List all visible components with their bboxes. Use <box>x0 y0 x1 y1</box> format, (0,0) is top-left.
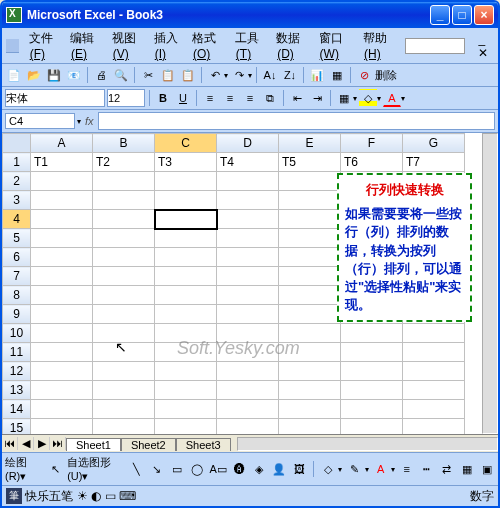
row-header-13[interactable]: 13 <box>3 381 31 400</box>
cell-F12[interactable] <box>341 362 403 381</box>
toolbar-delete-label[interactable]: 删除 <box>375 68 397 83</box>
line-icon[interactable]: ╲ <box>129 460 145 478</box>
cell-D1[interactable]: T4 <box>217 153 279 172</box>
cell-A8[interactable] <box>31 286 93 305</box>
tab-nav-first-icon[interactable]: ⏮ <box>2 437 18 450</box>
cell-G13[interactable] <box>403 381 465 400</box>
tab-nav-prev-icon[interactable]: ◀ <box>18 437 34 450</box>
oval-icon[interactable]: ◯ <box>189 460 205 478</box>
row-header-3[interactable]: 3 <box>3 191 31 210</box>
cell-B13[interactable] <box>93 381 155 400</box>
col-header-E[interactable]: E <box>279 134 341 153</box>
open-icon[interactable]: 📂 <box>25 66 43 84</box>
cell-E1[interactable]: T5 <box>279 153 341 172</box>
cell-B7[interactable] <box>93 267 155 286</box>
workbook-icon[interactable] <box>6 39 19 53</box>
cell-C13[interactable] <box>155 381 217 400</box>
col-header-A[interactable]: A <box>31 134 93 153</box>
cell-E3[interactable] <box>279 191 341 210</box>
cell-E15[interactable] <box>279 419 341 435</box>
formula-bar[interactable] <box>98 112 495 130</box>
horizontal-scrollbar[interactable] <box>237 437 498 451</box>
cell-A3[interactable] <box>31 191 93 210</box>
chart-icon[interactable]: 📊 <box>308 66 326 84</box>
cell-F1[interactable]: T6 <box>341 153 403 172</box>
row-header-2[interactable]: 2 <box>3 172 31 191</box>
cell-D11[interactable] <box>217 343 279 362</box>
currency-icon[interactable]: ⊘ <box>355 66 373 84</box>
tab-nav-next-icon[interactable]: ▶ <box>34 437 50 450</box>
cell-B1[interactable]: T2 <box>93 153 155 172</box>
line-style-icon[interactable]: ≡ <box>399 460 415 478</box>
cell-B4[interactable] <box>93 210 155 229</box>
indent-inc-icon[interactable]: ⇥ <box>308 89 326 107</box>
picture-icon[interactable]: 🖼 <box>291 460 307 478</box>
align-left-icon[interactable]: ≡ <box>201 89 219 107</box>
cell-D10[interactable] <box>217 324 279 343</box>
cell-C1[interactable]: T3 <box>155 153 217 172</box>
col-header-C[interactable]: C <box>155 134 217 153</box>
cell-B6[interactable] <box>93 248 155 267</box>
preview-icon[interactable]: 🔍 <box>112 66 130 84</box>
align-center-icon[interactable]: ≡ <box>221 89 239 107</box>
row-header-14[interactable]: 14 <box>3 400 31 419</box>
sheet-tab-3[interactable]: Sheet3 <box>176 438 231 451</box>
cell-A2[interactable] <box>31 172 93 191</box>
cell-G12[interactable] <box>403 362 465 381</box>
cell-C2[interactable] <box>155 172 217 191</box>
menu-window[interactable]: 窗口(W) <box>319 30 353 61</box>
row-header-10[interactable]: 10 <box>3 324 31 343</box>
maximize-button[interactable]: □ <box>452 5 472 25</box>
cell-C9[interactable] <box>155 305 217 324</box>
menu-insert[interactable]: 插入(I) <box>154 30 182 61</box>
cell-E6[interactable] <box>279 248 341 267</box>
bold-icon[interactable]: B <box>154 89 172 107</box>
cell-C11[interactable] <box>155 343 217 362</box>
cell-C4[interactable] <box>155 210 217 229</box>
cell-E9[interactable] <box>279 305 341 324</box>
cell-E5[interactable] <box>279 229 341 248</box>
cell-B8[interactable] <box>93 286 155 305</box>
cell-F15[interactable] <box>341 419 403 435</box>
cell-E11[interactable] <box>279 343 341 362</box>
vertical-scrollbar[interactable] <box>482 133 498 434</box>
cell-D7[interactable] <box>217 267 279 286</box>
paste-icon[interactable]: 📋 <box>179 66 197 84</box>
cell-A14[interactable] <box>31 400 93 419</box>
row-header-8[interactable]: 8 <box>3 286 31 305</box>
cell-B11[interactable] <box>93 343 155 362</box>
cell-D3[interactable] <box>217 191 279 210</box>
cell-B14[interactable] <box>93 400 155 419</box>
select-objects-icon[interactable]: ↖ <box>47 460 63 478</box>
col-header-B[interactable]: B <box>93 134 155 153</box>
cell-D13[interactable] <box>217 381 279 400</box>
cell-B9[interactable] <box>93 305 155 324</box>
font-color-icon[interactable]: A <box>383 89 401 107</box>
borders-icon[interactable]: ▦ <box>335 89 353 107</box>
col-header-G[interactable]: G <box>403 134 465 153</box>
cell-B10[interactable] <box>93 324 155 343</box>
cell-B12[interactable] <box>93 362 155 381</box>
cell-A4[interactable] <box>31 210 93 229</box>
cell-B15[interactable] <box>93 419 155 435</box>
underline-icon[interactable]: U <box>174 89 192 107</box>
3d-icon[interactable]: ▣ <box>479 460 495 478</box>
fill-color-icon[interactable]: ◇ <box>359 89 377 107</box>
textbox-icon[interactable]: A▭ <box>209 460 227 478</box>
cell-A6[interactable] <box>31 248 93 267</box>
cell-F10[interactable] <box>341 324 403 343</box>
cell-C6[interactable] <box>155 248 217 267</box>
row-header-4[interactable]: 4 <box>3 210 31 229</box>
cell-A13[interactable] <box>31 381 93 400</box>
cell-D12[interactable] <box>217 362 279 381</box>
cell-A11[interactable] <box>31 343 93 362</box>
align-right-icon[interactable]: ≡ <box>241 89 259 107</box>
cut-icon[interactable]: ✂ <box>139 66 157 84</box>
cell-E14[interactable] <box>279 400 341 419</box>
shadow-icon[interactable]: ▦ <box>459 460 475 478</box>
row-header-15[interactable]: 15 <box>3 419 31 435</box>
cell-D9[interactable] <box>217 305 279 324</box>
cell-E2[interactable] <box>279 172 341 191</box>
line-color-icon[interactable]: ✎ <box>346 460 362 478</box>
col-header-F[interactable]: F <box>341 134 403 153</box>
